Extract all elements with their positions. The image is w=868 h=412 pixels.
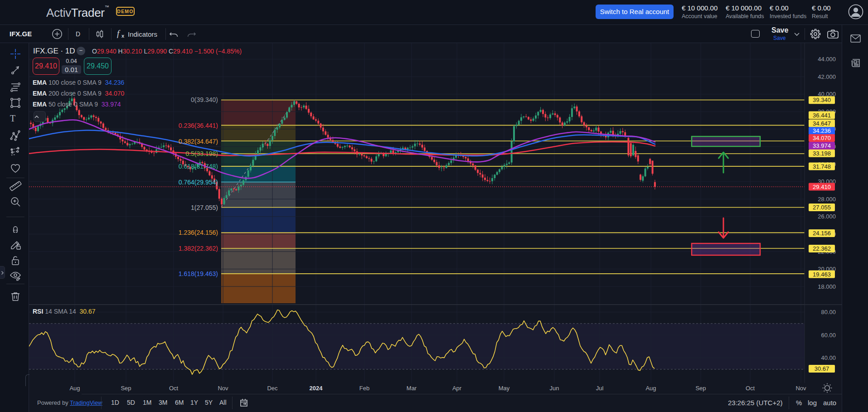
svg-text:44.000: 44.000 [818, 56, 836, 63]
svg-text:Oct: Oct [746, 385, 755, 392]
svg-text:29.410: 29.410 [813, 184, 831, 190]
svg-text:Dec: Dec [267, 385, 278, 392]
svg-text:36.441: 36.441 [813, 112, 831, 119]
svg-text:Jun: Jun [550, 385, 559, 392]
svg-text:24.156: 24.156 [813, 230, 831, 237]
svg-text:33.198: 33.198 [813, 150, 831, 157]
svg-text:27.055: 27.055 [813, 204, 831, 211]
svg-text:34.070: 34.070 [813, 135, 831, 141]
svg-text:Apr: Apr [452, 385, 462, 392]
svg-text:31.748: 31.748 [813, 163, 831, 170]
svg-text:Sep: Sep [695, 385, 706, 392]
svg-text:34.647: 34.647 [813, 120, 831, 127]
svg-text:May: May [499, 385, 510, 392]
svg-text:40.00: 40.00 [821, 354, 836, 361]
svg-text:2024: 2024 [310, 385, 323, 392]
svg-text:60.00: 60.00 [821, 332, 836, 339]
svg-text:Nov: Nov [795, 385, 806, 392]
svg-text:42.000: 42.000 [818, 73, 836, 80]
svg-text:Nov: Nov [218, 385, 228, 392]
svg-text:18.000: 18.000 [818, 283, 836, 290]
svg-text:Aug: Aug [645, 385, 656, 392]
svg-text:Mar: Mar [407, 385, 417, 392]
svg-text:28.000: 28.000 [818, 196, 836, 203]
svg-text:34.236: 34.236 [813, 127, 831, 134]
svg-text:Sep: Sep [121, 385, 131, 392]
svg-text:22.362: 22.362 [813, 245, 831, 252]
svg-text:80.00: 80.00 [821, 309, 836, 315]
svg-text:30.67: 30.67 [815, 365, 829, 372]
svg-text:Feb: Feb [359, 385, 369, 392]
svg-text:26.000: 26.000 [818, 213, 836, 220]
svg-text:39.340: 39.340 [813, 97, 831, 103]
svg-text:33.974: 33.974 [813, 142, 831, 149]
svg-text:19.463: 19.463 [813, 271, 831, 278]
svg-text:Oct: Oct [169, 385, 179, 392]
svg-text:Aug: Aug [69, 385, 80, 392]
svg-text:Jul: Jul [596, 385, 604, 392]
